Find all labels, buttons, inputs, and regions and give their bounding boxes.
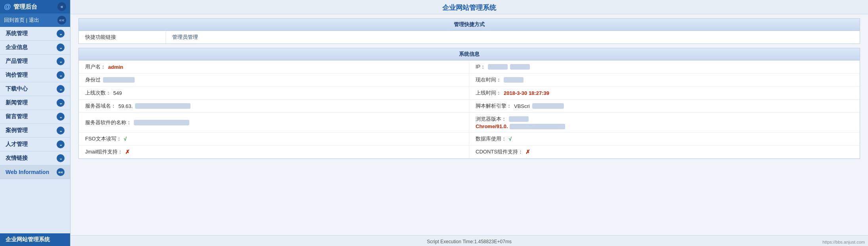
sysinfo-online-time-cell: 上线时间： 2018-3-30 18:27:39 xyxy=(469,87,860,100)
at-icon: @ xyxy=(4,3,11,11)
script-engine-value: VBScri xyxy=(514,103,530,109)
db-value: √ xyxy=(509,136,512,142)
sysinfo-panel: 系统信息 用户名： admin IP： 身份过 现在时间： xyxy=(78,48,860,159)
jmail-label: Jmail组件支持： xyxy=(85,148,123,155)
db-label: 数据库使用： xyxy=(476,135,506,142)
sidebar-item-corp-info[interactable]: 企业信息 ⌄ xyxy=(0,41,70,55)
nav-separator: | xyxy=(26,17,27,23)
sidebar-footer-text: 企业网站管理系统 xyxy=(6,236,50,242)
username-value: admin xyxy=(108,64,123,70)
sysinfo-jmail-cell: Jmail组件支持： ✗ xyxy=(79,146,469,159)
sidebar-label-message-mgmt: 留言管理 xyxy=(6,113,28,120)
page-title: 企业网站管理系统 xyxy=(70,0,868,14)
fso-value: √ xyxy=(124,136,127,142)
chevron-down-icon-4: ⌄ xyxy=(57,85,65,93)
sidebar: @ 管理后台 « 回到首页 | 退出 «« 系统管理 ⌄ 企业信息 ⌄ 产品管理… xyxy=(0,0,70,246)
login-count-value: 549 xyxy=(113,90,122,96)
nav-collapse-icon[interactable]: «« xyxy=(57,16,66,25)
quick-access-row: 快捷功能链接 管理员管理 xyxy=(79,31,860,44)
sidebar-label-inquiry-mgmt: 询价管理 xyxy=(6,72,28,79)
browser-version-blurred2 xyxy=(510,124,565,129)
bottom-url: https://bbs.anjust.com xyxy=(822,240,865,244)
server-domain-value: 59.63. xyxy=(118,103,133,109)
sysinfo-current-time-cell: 现在时间： xyxy=(469,74,860,87)
cdonts-label: CDONTS组件支持： xyxy=(476,148,523,155)
browser-row1: 浏览器版本： xyxy=(476,115,529,123)
server-software-value xyxy=(134,120,189,125)
quick-access-panel: 管理快捷方式 快捷功能链接 管理员管理 xyxy=(78,18,860,44)
sysinfo-script-engine-cell: 脚本解析引擎： VBScri xyxy=(469,100,860,113)
chevron-down-icon-6: ⌄ xyxy=(57,113,65,121)
sidebar-label-sys-mgmt: 系统管理 xyxy=(6,30,28,37)
sidebar-item-talent-mgmt[interactable]: 人才管理 ⌄ xyxy=(0,138,70,151)
current-time-label: 现在时间： xyxy=(476,76,501,83)
login-count-label: 上线次数： xyxy=(85,89,111,97)
sidebar-item-case-mgmt[interactable]: 案例管理 ⌄ xyxy=(0,124,70,138)
sidebar-label-case-mgmt: 案例管理 xyxy=(6,127,28,134)
sidebar-item-message-mgmt[interactable]: 留言管理 ⌄ xyxy=(0,110,70,124)
logout-link[interactable]: 退出 xyxy=(29,17,39,23)
current-time-value xyxy=(504,77,523,83)
sysinfo-db-cell: 数据库使用： √ xyxy=(469,132,860,146)
sidebar-label-talent-mgmt: 人才管理 xyxy=(6,141,28,148)
execution-time: Script Execution Time:1.458823E+07ms xyxy=(427,239,512,244)
sysinfo-login-count-cell: 上线次数： 549 xyxy=(79,87,469,100)
username-label: 用户名： xyxy=(85,63,106,70)
server-software-label: 服务器软件的名称： xyxy=(85,119,131,126)
chevron-down-icon-2: ⌄ xyxy=(57,57,65,65)
ip-label: IP： xyxy=(476,63,485,70)
jmail-value: ✗ xyxy=(125,149,130,155)
sysinfo-username-cell: 用户名： admin xyxy=(79,61,469,74)
sidebar-label-news-mgmt: 新闻管理 xyxy=(6,99,28,106)
sysinfo-grid: 用户名： admin IP： 身份过 现在时间： xyxy=(79,61,860,159)
sidebar-item-product-mgmt[interactable]: 产品管理 ⌄ xyxy=(0,55,70,68)
sidebar-item-web-info[interactable]: Web Information «« xyxy=(0,165,70,179)
sidebar-label-download-center: 下载中心 xyxy=(6,85,28,93)
chevron-down-icon-3: ⌄ xyxy=(57,71,65,79)
sidebar-nav-top: 回到首页 | 退出 «« xyxy=(0,13,70,27)
browser-version-blurred1 xyxy=(509,116,529,122)
sidebar-title: 管理后台 xyxy=(13,3,37,11)
sysinfo-browser-cell: 浏览器版本： Chrome/91.0. xyxy=(469,113,860,132)
sysinfo-ip-cell: IP： xyxy=(469,61,860,74)
sidebar-item-inquiry-mgmt[interactable]: 询价管理 ⌄ xyxy=(0,68,70,82)
browser-version-label: 浏览器版本： xyxy=(476,115,506,123)
chevron-down-icon-7: ⌄ xyxy=(57,127,65,134)
chevron-down-icon-1: ⌄ xyxy=(57,44,65,51)
cdonts-value: ✗ xyxy=(525,149,530,155)
chevron-down-icon-0: ⌄ xyxy=(57,30,65,38)
sidebar-label-corp-info: 企业信息 xyxy=(6,44,28,51)
sidebar-item-news-mgmt[interactable]: 新闻管理 ⌄ xyxy=(0,96,70,110)
browser-version-line2: Chrome/91.0. xyxy=(476,123,508,129)
back-home-link[interactable]: 回到首页 xyxy=(4,17,25,23)
sidebar-label-friend-links: 友情链接 xyxy=(6,155,28,162)
chevron-down-icon-5: ⌄ xyxy=(57,99,65,107)
sysinfo-cdonts-cell: CDONTS组件支持： ✗ xyxy=(469,146,860,159)
sidebar-footer: 企业网站管理系统 xyxy=(0,233,70,246)
sysinfo-fso-cell: FSO文本读写： √ xyxy=(79,132,469,146)
ip-value2 xyxy=(510,64,530,70)
chevron-down-icon-8: ⌄ xyxy=(57,140,65,148)
online-time-value: 2018-3-30 18:27:39 xyxy=(504,90,549,96)
sidebar-menu: 系统管理 ⌄ 企业信息 ⌄ 产品管理 ⌄ 询价管理 ⌄ 下载中心 ⌄ 新闻管理 … xyxy=(0,27,70,233)
quick-access-col2[interactable]: 管理员管理 xyxy=(166,31,860,44)
script-engine-blurred xyxy=(532,103,564,109)
fso-label: FSO文本读写： xyxy=(85,135,122,142)
sidebar-item-download-center[interactable]: 下载中心 ⌄ xyxy=(0,82,70,96)
sysinfo-server-domain-cell: 服务器域名： 59.63. xyxy=(79,100,469,113)
online-time-label: 上线时间： xyxy=(476,89,501,97)
sidebar-item-sys-mgmt[interactable]: 系统管理 ⌄ xyxy=(0,27,70,41)
footer: Script Execution Time:1.458823E+07ms xyxy=(70,235,868,246)
sidebar-collapse-icon[interactable]: « xyxy=(57,2,66,11)
chevron-down-icon-9: ⌄ xyxy=(57,154,65,162)
main-content: 企业网站管理系统 管理快捷方式 快捷功能链接 管理员管理 系统信息 用户名： a… xyxy=(70,0,868,246)
quick-access-header: 管理快捷方式 xyxy=(79,19,860,31)
sidebar-item-friend-links[interactable]: 友情链接 ⌄ xyxy=(0,151,70,165)
chevron-left-icon-10: «« xyxy=(57,168,65,176)
sidebar-header: @ 管理后台 « xyxy=(0,0,70,13)
sidebar-label-product-mgmt: 产品管理 xyxy=(6,58,28,65)
quick-access-col1[interactable]: 快捷功能链接 xyxy=(79,31,166,44)
sysinfo-server-software-cell: 服务器软件的名称： xyxy=(79,113,469,132)
sysinfo-identity-cell: 身份过 xyxy=(79,74,469,87)
identity-value xyxy=(103,77,135,83)
